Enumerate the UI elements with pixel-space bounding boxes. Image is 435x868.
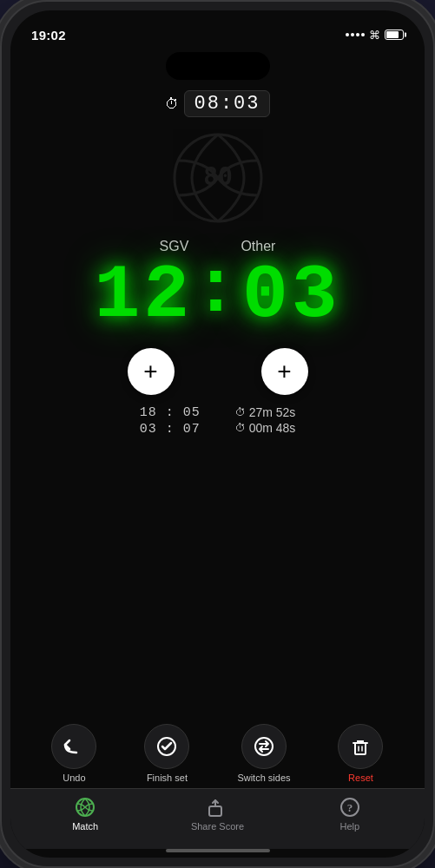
phone-screen: 19:02 ⌘ ⏱ 08:03 <box>10 10 425 858</box>
score-separator: : <box>193 253 242 329</box>
timer-row-2: ⏱ 00m 48s <box>235 421 296 435</box>
svg-text:?: ? <box>347 801 353 814</box>
score-left: 12 <box>94 258 193 334</box>
plus-buttons: + + <box>128 348 308 395</box>
help-tab-icon: ? <box>339 796 361 819</box>
set-2-left: 03 : 07 <box>140 422 201 437</box>
switch-sides-label: Switch sides <box>237 773 290 783</box>
set-scores-row: 18 : 05 03 : 07 ⏱ 27m 52s ⏱ 00m 48s <box>140 405 296 437</box>
undo-circle <box>51 724 96 769</box>
switch-sides-action[interactable]: Switch sides <box>237 724 290 783</box>
undo-action[interactable]: Undo <box>51 724 96 783</box>
finish-set-circle <box>144 724 189 769</box>
status-time: 19:02 <box>31 28 66 43</box>
score-section: SGV Other 12 : 03 + + 18 : 05 03 : 07 <box>10 239 425 477</box>
phone-shell: 19:02 ⌘ ⏱ 08:03 <box>0 0 435 868</box>
match-tab-icon <box>74 796 96 819</box>
switch-sides-circle <box>241 724 287 769</box>
finish-set-label: Finish set <box>147 773 188 783</box>
share-score-tab-label: Share Score <box>191 821 244 832</box>
clock-icon: ⏱ <box>165 96 179 112</box>
timer-value-2: 00m 48s <box>249 421 296 435</box>
wifi-icon: ⌘ <box>369 29 380 42</box>
set-1-left: 18 : 05 <box>140 405 201 420</box>
clock-timer: ⏱ 08:03 <box>165 90 269 117</box>
watermark-logo-area: 80 <box>10 117 425 239</box>
match-tab-label: Match <box>72 821 98 832</box>
undo-icon <box>63 735 85 758</box>
reset-circle <box>338 724 383 769</box>
tab-match[interactable]: Match <box>50 796 120 832</box>
add-score-right-button[interactable]: + <box>261 348 308 395</box>
match-timer-value: 08:03 <box>184 90 269 117</box>
action-bar: Undo Finish set <box>10 715 425 788</box>
reset-icon <box>349 735 372 758</box>
tab-help[interactable]: ? Help <box>315 796 385 832</box>
share-score-tab-icon <box>206 796 228 819</box>
battery-icon <box>385 30 404 40</box>
tab-bar: Match Share Score ? Help <box>10 788 425 849</box>
timer-icon-2: ⏱ <box>235 422 246 434</box>
reset-label: Reset <box>348 773 373 783</box>
dynamic-island <box>166 52 270 80</box>
status-icons: ⌘ <box>346 29 404 42</box>
timer-col: ⏱ 27m 52s ⏱ 00m 48s <box>235 405 296 437</box>
signal-icon <box>346 33 365 36</box>
status-bar: 19:02 ⌘ <box>10 10 425 49</box>
tab-share-score[interactable]: Share Score <box>182 796 252 832</box>
timer-section: ⏱ 08:03 <box>10 80 425 117</box>
set-scores-left-col: 18 : 05 03 : 07 <box>140 405 201 437</box>
finish-set-icon <box>155 735 178 758</box>
timer-row-1: ⏱ 27m 52s <box>235 405 296 419</box>
digital-score: 12 : 03 <box>94 258 340 334</box>
svg-point-3 <box>255 738 273 755</box>
finish-set-action[interactable]: Finish set <box>144 724 189 783</box>
timer-icon-1: ⏱ <box>235 406 246 418</box>
help-tab-label: Help <box>340 821 360 832</box>
reset-action[interactable]: Reset <box>338 724 383 783</box>
undo-label: Undo <box>63 773 85 783</box>
home-indicator <box>166 849 270 852</box>
switch-sides-icon <box>253 735 275 758</box>
svg-rect-6 <box>209 806 221 816</box>
app-logo-watermark: 80 <box>166 126 270 230</box>
score-right: 03 <box>242 258 341 334</box>
timer-value-1: 27m 52s <box>249 405 296 419</box>
add-score-left-button[interactable]: + <box>128 348 175 395</box>
svg-text:80: 80 <box>203 162 233 191</box>
svg-rect-4 <box>355 743 366 754</box>
